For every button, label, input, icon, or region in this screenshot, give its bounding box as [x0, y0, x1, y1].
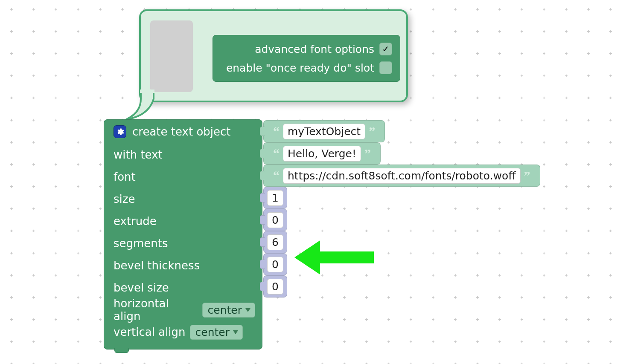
close-quote-icon: ”: [361, 146, 374, 161]
mutator-bubble: advanced font options ✓ enable "once rea…: [139, 9, 408, 102]
text-input-block-text[interactable]: “ Hello, Verge! ”: [263, 142, 381, 165]
number-field[interactable]: 0: [267, 212, 283, 228]
row-label: size: [114, 193, 135, 205]
row-label: with text: [114, 148, 163, 161]
block-row-title: create text object: [104, 120, 262, 144]
row-label: vertical align: [114, 326, 186, 338]
row-label: segments: [114, 237, 168, 250]
mutator-option-row: advanced font options ✓: [221, 40, 392, 58]
block-row-font: font: [104, 166, 262, 188]
mutator-option-row: enable "once ready do" slot: [221, 58, 392, 77]
svg-rect-3: [140, 90, 154, 93]
text-field[interactable]: myTextObject: [283, 124, 365, 139]
block-row-h-align: horizontal align center: [104, 299, 262, 321]
number-input-block-segments[interactable]: 6: [263, 231, 287, 253]
text-input-block-font[interactable]: “ https://cdn.soft8soft.com/fonts/roboto…: [263, 165, 540, 187]
block-row-bevel-thickness: bevel thickness: [104, 254, 262, 277]
chevron-down-icon: [245, 308, 250, 312]
number-input-block-bevel-size[interactable]: 0: [263, 275, 287, 298]
mutator-preview-slot: [150, 20, 193, 92]
create-text-object-block[interactable]: create text object with text font size e…: [104, 119, 262, 350]
number-input-block-extrude[interactable]: 0: [263, 209, 287, 231]
checkbox-advanced-font[interactable]: ✓: [379, 43, 392, 55]
close-quote-icon: ”: [365, 124, 378, 139]
mutator-option-label: enable "once ready do" slot: [226, 62, 374, 74]
text-field[interactable]: https://cdn.soft8soft.com/fonts/roboto.w…: [283, 168, 521, 184]
checkbox-once-ready[interactable]: [379, 61, 392, 74]
text-input-block-name[interactable]: “ myTextObject ”: [263, 120, 385, 142]
block-row-extrude: extrude: [104, 210, 262, 232]
block-row-size: size: [104, 188, 262, 210]
text-field[interactable]: Hello, Verge!: [283, 146, 361, 162]
mutator-options-block[interactable]: advanced font options ✓ enable "once rea…: [213, 35, 400, 82]
number-input-block-bevel-thickness[interactable]: 0: [263, 253, 287, 275]
row-label: bevel size: [114, 281, 169, 294]
row-label: extrude: [114, 215, 157, 228]
row-label: horizontal align: [114, 297, 198, 323]
number-input-block-size[interactable]: 1: [263, 187, 287, 209]
h-align-dropdown[interactable]: center: [202, 303, 255, 318]
chevron-down-icon: [233, 330, 238, 334]
number-field[interactable]: 1: [267, 190, 283, 206]
row-label: font: [114, 170, 136, 183]
open-quote-icon: “: [270, 124, 283, 139]
annotation-arrow-icon: [294, 238, 376, 277]
block-row-segments: segments: [104, 232, 262, 254]
bubble-tail-icon: [124, 91, 166, 121]
number-field[interactable]: 6: [267, 234, 283, 250]
block-row-with-text: with text: [104, 144, 262, 166]
dropdown-value: center: [195, 326, 230, 338]
number-field[interactable]: 0: [267, 257, 283, 272]
svg-marker-4: [294, 240, 374, 274]
gear-icon[interactable]: [114, 125, 126, 138]
number-field[interactable]: 0: [267, 279, 283, 295]
block-row-bevel-size: bevel size: [104, 277, 262, 299]
row-label: bevel thickness: [114, 259, 200, 272]
open-quote-icon: “: [270, 168, 283, 183]
close-quote-icon: ”: [521, 168, 534, 183]
v-align-dropdown[interactable]: center: [190, 325, 243, 340]
block-title-label: create text object: [132, 125, 231, 138]
dropdown-value: center: [208, 304, 242, 316]
mutator-option-label: advanced font options: [255, 43, 374, 55]
open-quote-icon: “: [270, 146, 283, 161]
block-row-v-align: vertical align center: [104, 321, 262, 343]
